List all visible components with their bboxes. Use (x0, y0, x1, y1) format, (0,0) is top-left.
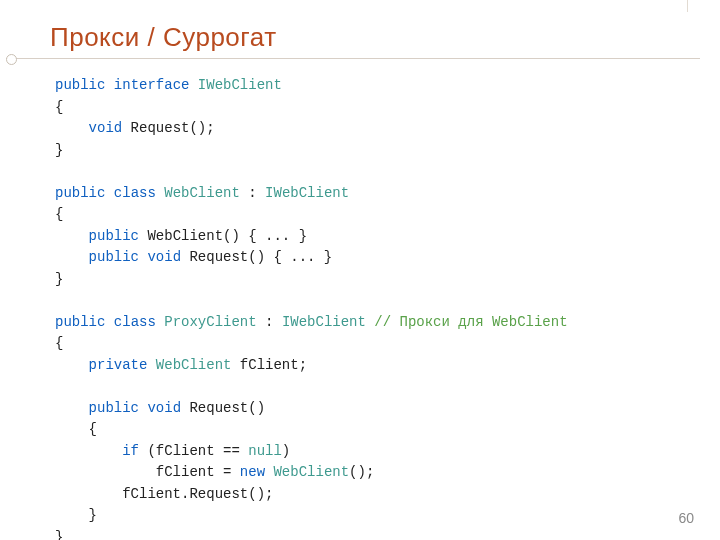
code-line: { (55, 97, 568, 119)
code-token: } (55, 142, 63, 158)
code-token (156, 185, 164, 201)
code-token (55, 228, 89, 244)
code-line (55, 376, 568, 398)
code-token (55, 120, 89, 136)
code-token-kw: class (114, 314, 156, 330)
code-token (55, 249, 89, 265)
code-line: public interface IWebClient (55, 75, 568, 97)
code-token (55, 400, 89, 416)
code-line: public class WebClient : IWebClient (55, 183, 568, 205)
code-token-type: ProxyClient (164, 314, 256, 330)
code-line: } (55, 527, 568, 541)
code-token-kw: void (89, 120, 123, 136)
code-token: fClient = (55, 464, 240, 480)
code-token-kw: void (147, 400, 181, 416)
code-token: Request() { ... } (181, 249, 332, 265)
code-token: ) (282, 443, 290, 459)
code-line: fClient.Request(); (55, 484, 568, 506)
code-token (147, 357, 155, 373)
title-underline-dot (6, 54, 17, 65)
code-line: } (55, 505, 568, 527)
code-line: { (55, 204, 568, 226)
code-line: fClient = new WebClient(); (55, 462, 568, 484)
title-underline (6, 58, 700, 59)
code-line (55, 161, 568, 183)
code-token (189, 77, 197, 93)
code-token-kw: public (55, 77, 105, 93)
code-token (105, 314, 113, 330)
code-token-kw: if (122, 443, 139, 459)
code-line: void Request(); (55, 118, 568, 140)
code-line: private WebClient fClient; (55, 355, 568, 377)
code-token-kw: private (89, 357, 148, 373)
page-number: 60 (678, 510, 694, 526)
title-block: Прокси / Суррогат (0, 22, 720, 53)
code-token (156, 314, 164, 330)
code-line: public void Request() { ... } (55, 247, 568, 269)
code-token-type: WebClient (156, 357, 232, 373)
code-token-type: null (248, 443, 282, 459)
code-line: { (55, 419, 568, 441)
code-token: } (55, 507, 97, 523)
code-token: (fClient == (139, 443, 248, 459)
code-block: public interface IWebClient{ void Reques… (55, 75, 568, 540)
code-token-kw: public (55, 185, 105, 201)
code-token-kw: new (240, 464, 265, 480)
code-line: if (fClient == null) (55, 441, 568, 463)
code-line: } (55, 269, 568, 291)
slide-title: Прокси / Суррогат (50, 22, 720, 53)
code-token (105, 185, 113, 201)
code-token-kw: public (55, 314, 105, 330)
code-token-type: IWebClient (265, 185, 349, 201)
code-token: fClient.Request(); (55, 486, 273, 502)
code-line: } (55, 140, 568, 162)
code-token: } (55, 529, 63, 541)
code-line: public WebClient() { ... } (55, 226, 568, 248)
code-token-type: WebClient (273, 464, 349, 480)
code-token: WebClient() { ... } (139, 228, 307, 244)
code-line: { (55, 333, 568, 355)
code-token-kw: void (147, 249, 181, 265)
code-line: public class ProxyClient : IWebClient //… (55, 312, 568, 334)
code-token-kw: public (89, 249, 139, 265)
code-token: Request() (181, 400, 265, 416)
code-token: : (240, 185, 265, 201)
code-token-kw: public (89, 400, 139, 416)
code-token-type: WebClient (164, 185, 240, 201)
code-token: { (55, 335, 63, 351)
code-token-type: IWebClient (198, 77, 282, 93)
code-token: Request(); (122, 120, 214, 136)
code-line (55, 290, 568, 312)
code-token-type: IWebClient (282, 314, 366, 330)
code-token: { (55, 99, 63, 115)
code-token: { (55, 421, 97, 437)
decor-top-tick (687, 0, 688, 12)
code-token (55, 443, 122, 459)
code-token: : (257, 314, 282, 330)
code-token: fClient; (231, 357, 307, 373)
code-line: public void Request() (55, 398, 568, 420)
code-token: { (55, 206, 63, 222)
code-token-kw: class (114, 185, 156, 201)
code-token: (); (349, 464, 374, 480)
code-token-kw: public (89, 228, 139, 244)
code-token (105, 77, 113, 93)
slide: Прокси / Суррогат public interface IWebC… (0, 0, 720, 540)
code-token-cmt: // Прокси для WebClient (374, 314, 567, 330)
code-token-kw: interface (114, 77, 190, 93)
code-token (55, 357, 89, 373)
code-token: } (55, 271, 63, 287)
